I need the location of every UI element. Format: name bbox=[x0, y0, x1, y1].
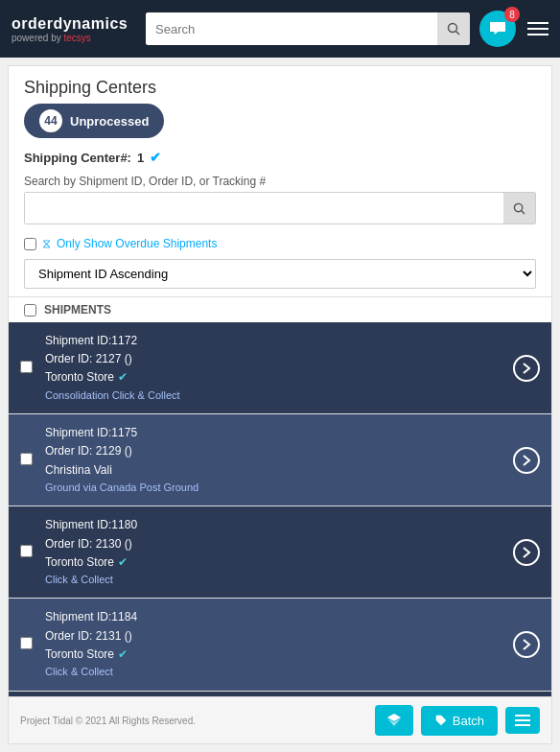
shipping-center-label: Shipping Center#: bbox=[24, 151, 131, 165]
batch-button[interactable]: Batch bbox=[421, 706, 498, 736]
store-row: Toronto Store ✔ bbox=[45, 553, 505, 572]
search-input[interactable] bbox=[146, 12, 437, 45]
shipment-order: Order ID: 2130 () bbox=[45, 535, 505, 553]
shipment-order: Order ID: 2131 () bbox=[45, 627, 505, 646]
chevron-right-icon bbox=[522, 546, 531, 559]
shipment-nav-button[interactable] bbox=[513, 355, 540, 382]
shipment-info: Shipment ID:1175 Order ID: 2129 () Chris… bbox=[45, 424, 505, 496]
chat-button[interactable]: 8 bbox=[479, 11, 516, 47]
main-content: Shipping Centers 44 Unprocessed Shipping… bbox=[8, 65, 552, 744]
store-row: Toronto Store ✔ bbox=[45, 368, 505, 387]
tab-bar: 44 Unprocessed bbox=[9, 104, 551, 146]
shipment-method: Consolidation Click & Collect bbox=[45, 388, 505, 405]
shipment-info: Shipment ID:1172 Order ID: 2127 () Toron… bbox=[45, 332, 505, 404]
shipment-search-input[interactable] bbox=[25, 193, 503, 223]
page-title: Shipping Centers bbox=[9, 66, 551, 104]
verified-icon: ✔ bbox=[150, 150, 161, 165]
shipment-method: Ground via Canada Post Ground bbox=[45, 480, 505, 497]
svg-line-1 bbox=[456, 32, 460, 35]
shipment-checkbox[interactable] bbox=[20, 637, 33, 649]
hourglass-icon: ⧖ bbox=[42, 236, 51, 251]
menu-button[interactable] bbox=[527, 22, 548, 35]
chevron-right-icon bbox=[522, 362, 531, 375]
store-check-icon: ✔ bbox=[118, 368, 128, 387]
search-icon bbox=[447, 22, 460, 35]
search-bar[interactable] bbox=[146, 12, 470, 45]
svg-rect-8 bbox=[515, 724, 530, 726]
store-name: Christina Vali bbox=[45, 461, 112, 480]
shipment-method: Click & Collect bbox=[45, 572, 505, 589]
search-label: Search by Shipment ID, Order ID, or Trac… bbox=[24, 175, 536, 188]
shipment-search-button[interactable] bbox=[503, 193, 535, 223]
tag-icon bbox=[434, 714, 448, 727]
shipment-checkbox-wrap bbox=[20, 453, 37, 468]
shipping-center-row: Shipping Center#: 1 ✔ bbox=[9, 146, 551, 171]
svg-rect-7 bbox=[515, 719, 530, 721]
select-all-checkbox[interactable] bbox=[24, 304, 36, 317]
shipment-nav-button[interactable] bbox=[513, 539, 540, 566]
shipment-order: Order ID: 2127 () bbox=[45, 350, 505, 368]
chevron-right-icon bbox=[522, 638, 531, 651]
shipment-info: Shipment ID:1180 Order ID: 2130 () Toron… bbox=[45, 516, 505, 588]
tab-label: Unprocessed bbox=[70, 114, 149, 129]
logo-main: orderdynamics bbox=[12, 15, 136, 33]
shipment-checkbox[interactable] bbox=[20, 361, 33, 373]
hamburger-icon bbox=[515, 715, 530, 726]
store-check-icon: ✔ bbox=[118, 646, 128, 664]
svg-line-3 bbox=[522, 210, 525, 213]
tab-count: 44 bbox=[39, 109, 62, 132]
bottom-bar: Project Tidal © 2021 All Rights Reserved… bbox=[9, 696, 551, 743]
shipment-checkbox[interactable] bbox=[20, 453, 33, 465]
shipment-id: Shipment ID:1184 bbox=[45, 608, 505, 626]
shipment-info: Shipment ID:1184 Order ID: 2131 () Toron… bbox=[45, 608, 505, 680]
shipments-list: Shipment ID:1172 Order ID: 2127 () Toron… bbox=[9, 322, 551, 696]
shipment-row: Shipment ID:1172 Order ID: 2127 () Toron… bbox=[9, 322, 551, 414]
menu-line bbox=[527, 22, 548, 24]
svg-rect-6 bbox=[515, 715, 530, 717]
svg-point-2 bbox=[514, 203, 522, 211]
sort-select[interactable]: Shipment ID Ascending Shipment ID Descen… bbox=[24, 259, 536, 289]
shipments-header: SHIPMENTS bbox=[9, 296, 551, 322]
store-row: Christina Vali bbox=[45, 461, 505, 480]
chat-badge: 8 bbox=[504, 7, 520, 22]
shipment-checkbox-wrap bbox=[20, 545, 37, 560]
shipment-id: Shipment ID:1172 bbox=[45, 332, 505, 350]
shipment-checkbox[interactable] bbox=[20, 545, 33, 557]
shipment-row: Shipment ID:1180 Order ID: 2130 () Toron… bbox=[9, 506, 551, 599]
layers-icon bbox=[386, 713, 402, 728]
store-row: Toronto Store ✔ bbox=[45, 646, 505, 664]
store-check-icon: ✔ bbox=[118, 553, 128, 572]
tab-unprocessed[interactable]: 44 Unprocessed bbox=[24, 104, 164, 138]
store-name: Toronto Store bbox=[45, 553, 114, 572]
search-icon-sm bbox=[513, 202, 525, 215]
shipment-nav-button[interactable] bbox=[513, 447, 540, 474]
batch-label: Batch bbox=[453, 714, 484, 728]
shipments-header-label: SHIPMENTS bbox=[44, 303, 111, 317]
chat-icon bbox=[489, 21, 506, 36]
overdue-checkbox[interactable] bbox=[24, 238, 36, 250]
search-input-row bbox=[24, 192, 536, 224]
shipment-id: Shipment ID:1180 bbox=[45, 516, 505, 534]
shipment-row: Shipment ID:1175 Order ID: 2129 () Chris… bbox=[9, 414, 551, 506]
shipment-nav-button[interactable] bbox=[513, 631, 540, 658]
menu-line bbox=[527, 28, 548, 30]
menu-line bbox=[527, 34, 548, 35]
logo-sub: powered by tecsys bbox=[12, 33, 136, 43]
header-icons: 8 bbox=[479, 11, 548, 47]
logo-area: orderdynamics powered by tecsys bbox=[12, 15, 136, 43]
search-section: Search by Shipment ID, Order ID, or Trac… bbox=[9, 171, 551, 232]
chevron-right-icon bbox=[522, 454, 531, 467]
header: orderdynamics powered by tecsys 8 bbox=[0, 0, 560, 58]
shipping-center-value: 1 bbox=[137, 151, 144, 165]
sort-select-row: Shipment ID Ascending Shipment ID Descen… bbox=[9, 259, 551, 296]
svg-point-0 bbox=[449, 24, 457, 33]
layers-button[interactable] bbox=[375, 705, 413, 736]
search-button[interactable] bbox=[437, 12, 470, 45]
overdue-row: ⧖ Only Show Overdue Shipments bbox=[9, 232, 551, 259]
shipment-id: Shipment ID:1175 bbox=[45, 424, 505, 442]
bottom-menu-button[interactable] bbox=[505, 707, 540, 734]
copyright: Project Tidal © 2021 All Rights Reserved… bbox=[20, 716, 367, 726]
shipment-checkbox-wrap bbox=[20, 361, 37, 376]
store-name: Toronto Store bbox=[45, 368, 114, 387]
store-name: Toronto Store bbox=[45, 646, 114, 664]
